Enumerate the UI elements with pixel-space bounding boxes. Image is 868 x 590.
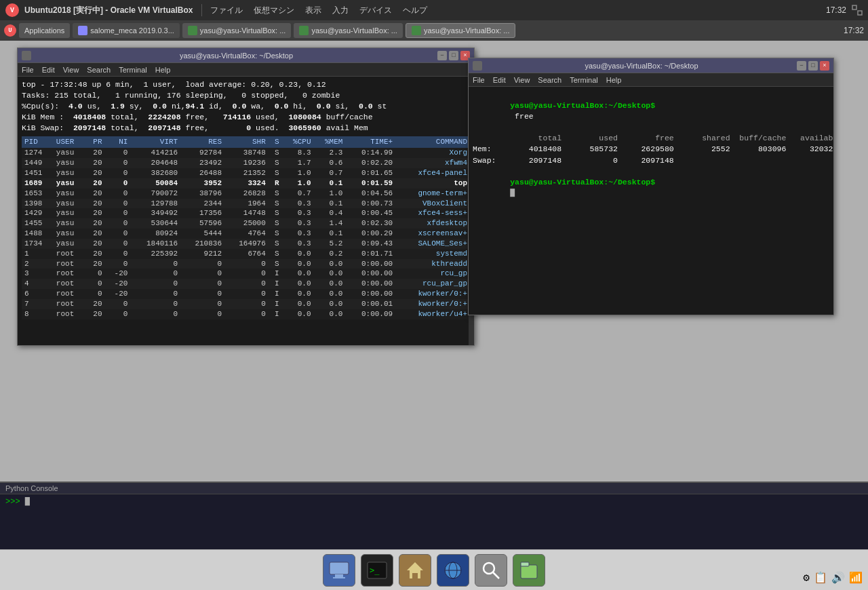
- menu-vm[interactable]: 仮想マシン: [254, 5, 294, 16]
- col-shr: SHR: [224, 136, 269, 148]
- terminal-window-2: yasu@yasu-VirtualBox: ~/Desktop − □ × Fi…: [468, 58, 834, 315]
- col-user: USER: [54, 136, 85, 148]
- taskbar-app-term2[interactable]: yasu@yasu-VirtualBox: ...: [294, 23, 403, 38]
- taskbar-app-label: yasu@yasu-VirtualBox: ...: [200, 26, 286, 35]
- main-area: yasu@yasu-VirtualBox: ~/Desktop − □ × Fi…: [0, 41, 868, 590]
- divider: [201, 4, 202, 16]
- salome-icon: [78, 26, 87, 35]
- term2-window-buttons: − □ ×: [797, 61, 829, 71]
- menu-file[interactable]: ファイル: [210, 5, 243, 16]
- dock-bar: >_: [0, 549, 868, 590]
- col-s: S: [269, 136, 282, 148]
- top-status-line: top - 17:32:48 up 6 min, 1 user, load av…: [22, 79, 470, 90]
- table-row: 8root200000I0.00.00:00.09kworker/u4+: [22, 309, 470, 319]
- term2-command-text: free: [510, 112, 534, 121]
- dock-home-icon[interactable]: [399, 554, 431, 587]
- term1-menu-view[interactable]: View: [63, 66, 79, 74]
- svg-rect-3: [335, 574, 343, 577]
- term1-menubar: File Edit View Search Terminal Help: [18, 63, 474, 77]
- menu-devices[interactable]: デバイス: [359, 5, 392, 16]
- svg-rect-4: [333, 577, 345, 578]
- term1-menu-terminal[interactable]: Terminal: [119, 66, 147, 74]
- screen-svg: [328, 559, 350, 581]
- svg-marker-7: [407, 562, 423, 578]
- taskbar-app-term3[interactable]: yasu@yasu-VirtualBox: ...: [406, 23, 516, 38]
- term2-menubar: File Edit View Search Terminal Help: [469, 73, 833, 87]
- tray-volume-icon[interactable]: 🔊: [831, 571, 845, 585]
- taskbar-right: 17:32: [844, 26, 864, 35]
- term1-menu-search[interactable]: Search: [87, 66, 111, 74]
- term2-menu-view[interactable]: View: [514, 76, 530, 84]
- table-row: 1429yasu2003494921735614748S0.30.40:00.4…: [22, 208, 470, 218]
- term2-menu-search[interactable]: Search: [538, 76, 561, 84]
- menu-view[interactable]: 表示: [305, 5, 321, 16]
- term2-close-btn[interactable]: ×: [820, 61, 829, 71]
- term1-menu-help[interactable]: Help: [155, 66, 171, 74]
- table-row: 6root0-20000I0.00.00:00.00kworker/0:+: [22, 289, 470, 299]
- svg-rect-0: [852, 5, 856, 9]
- col-cpu: %CPU: [282, 136, 314, 148]
- menu-help[interactable]: ヘルプ: [403, 5, 427, 16]
- svg-rect-2: [330, 562, 349, 574]
- terminal-svg: >_: [366, 559, 388, 581]
- dock-globe-icon[interactable]: [437, 554, 469, 587]
- table-row: 2root200000S0.00.00:00.00kthreadd: [22, 259, 470, 269]
- term2-menu-file[interactable]: File: [473, 76, 485, 84]
- col-time: TIME+: [345, 136, 395, 148]
- taskbar-app-label: salome_meca 2019.0.3...: [90, 26, 174, 35]
- term1-title: yasu@yasu-VirtualBox: ~/Desktop: [35, 52, 437, 60]
- term1-maximize-btn[interactable]: □: [449, 51, 458, 60]
- python-cursor: █: [25, 497, 30, 507]
- taskbar-app-label: yasu@yasu-VirtualBox: ...: [311, 26, 397, 35]
- term1-window-buttons: − □ ×: [437, 51, 470, 60]
- clock: 17:32: [826, 5, 846, 15]
- terminal-window-1: yasu@yasu-VirtualBox: ~/Desktop − □ × Fi…: [17, 47, 475, 346]
- tray-settings-icon[interactable]: ⚙: [803, 571, 810, 585]
- globe-svg: [442, 559, 464, 581]
- top-menu: ファイル 仮想マシン 表示 入力 デバイス ヘルプ: [210, 5, 427, 16]
- taskbar: U Applications salome_meca 2019.0.3... y…: [0, 20, 868, 41]
- term2-body[interactable]: yasu@yasu-VirtualBox:~/Desktop$ free tot…: [469, 87, 833, 315]
- taskbar-app-applications[interactable]: Applications: [19, 23, 70, 38]
- tray-clipboard-icon[interactable]: 📋: [814, 571, 827, 585]
- taskbar-logo: U: [4, 24, 16, 37]
- svg-line-12: [493, 572, 499, 578]
- term2-prompt1: yasu@yasu-VirtualBox:~/Desktop$ free: [473, 90, 829, 133]
- mem-line: KiB Mem : 4018408 total, 2224208 free, 7…: [22, 112, 470, 123]
- process-table: PID USER PR NI VIRT RES SHR S %CPU %MEM …: [22, 136, 470, 319]
- term1-menu-edit[interactable]: Edit: [42, 66, 55, 74]
- table-row: 1274yasu2004142169278438748S8.32.30:14.9…: [22, 148, 470, 158]
- dock-files-icon[interactable]: [513, 554, 545, 587]
- col-pid: PID: [22, 136, 54, 148]
- svg-rect-14: [521, 562, 529, 566]
- term2-menu-edit[interactable]: Edit: [493, 76, 506, 84]
- table-row: 1455yasu2005306445759625000S0.31.40:02.3…: [22, 218, 470, 229]
- taskbar-app-salome[interactable]: salome_meca 2019.0.3...: [73, 23, 180, 38]
- dock-screen-icon[interactable]: [323, 554, 355, 587]
- term1-icon: [188, 26, 197, 35]
- term2-menu-help[interactable]: Help: [606, 76, 622, 84]
- tray-network-icon[interactable]: 📶: [849, 571, 863, 585]
- term2-minimize-btn[interactable]: −: [797, 61, 806, 71]
- top-titlebar: V Ubuntu2018 [実行中] - Oracle VM VirtualBo…: [0, 0, 868, 20]
- taskbar-app-term1[interactable]: yasu@yasu-VirtualBox: ...: [182, 23, 292, 38]
- top-right: 17:32: [826, 5, 863, 16]
- term1-menu-file[interactable]: File: [22, 66, 34, 74]
- python-console-body[interactable]: >>> █: [0, 494, 868, 509]
- svg-text:>_: >_: [370, 566, 380, 575]
- term2-maximize-btn[interactable]: □: [808, 61, 818, 71]
- dock-terminal-icon[interactable]: >_: [361, 554, 393, 587]
- search-svg: [480, 559, 502, 581]
- table-row: 1449yasu2002046482349219236S1.70.60:02.2…: [22, 158, 470, 168]
- table-row: 1root20022539292126764S0.00.20:01.71syst…: [22, 249, 470, 259]
- term2-menu-terminal[interactable]: Terminal: [570, 76, 598, 84]
- taskbar-clock: 17:32: [844, 26, 864, 35]
- python-console-panel: Python Console >>> █: [0, 481, 868, 549]
- files-svg: [518, 559, 540, 581]
- term1-title-icon: [22, 51, 31, 60]
- term2-title: yasu@yasu-VirtualBox: ~/Desktop: [486, 62, 797, 70]
- menu-input[interactable]: 入力: [332, 5, 349, 16]
- dock-search-icon[interactable]: [475, 554, 507, 587]
- term1-minimize-btn[interactable]: −: [437, 51, 447, 60]
- term1-body[interactable]: top - 17:32:48 up 6 min, 1 user, load av…: [18, 77, 474, 345]
